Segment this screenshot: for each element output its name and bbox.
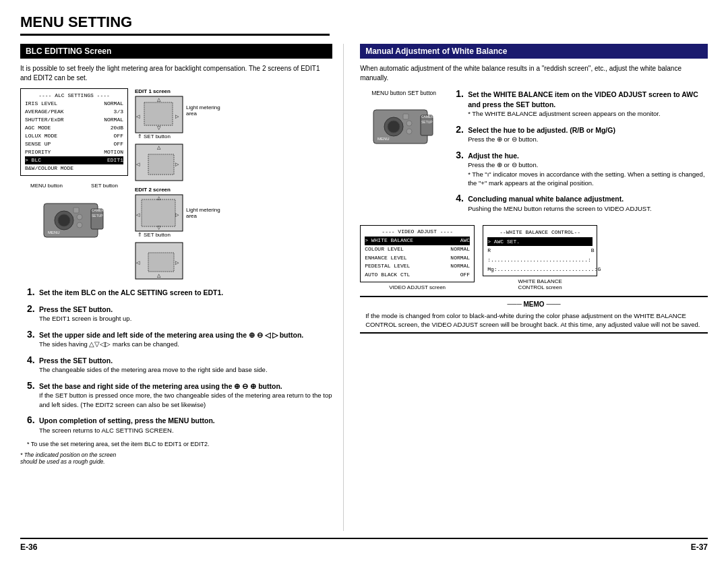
light-metering-label1: Light meteringarea — [186, 104, 220, 117]
blc-step-2: 2. Press the SET button. The EDIT1 scree… — [27, 303, 332, 323]
video-adjust-screen-label: VIDEO ADJUST screen — [360, 284, 475, 290]
set-button-label: SET button — [91, 183, 118, 189]
svg-point-6 — [77, 222, 82, 228]
alc-row-iris: IRIS LEVELNORMAL — [25, 100, 123, 108]
set-btn-label1: ⇑SET button — [138, 133, 220, 139]
edit2-screen-group: EDIT 2 screen △ ▽ ◁ ▷ Light meteringarea — [135, 187, 220, 238]
svg-point-5 — [77, 214, 82, 220]
camera-labels: MENU button SET button — [30, 183, 118, 189]
blc-bullet-note: * To use the set metering area, set the … — [27, 440, 332, 449]
svg-rect-36 — [403, 114, 408, 119]
svg-rect-22 — [142, 199, 175, 226]
alc-title: ---- ALC SETTINGS ---- — [25, 92, 123, 100]
wb-top-area: MENU button SET button MENU CAMERA SETUP — [360, 88, 708, 218]
edit-screens-col: EDIT 1 screen △ ▽ — [135, 88, 220, 281]
edit1-label: EDIT 1 screen — [135, 88, 220, 94]
memo-body: If the mode is changed from color to bla… — [365, 311, 702, 330]
wb-step-1: 1. Set the WHITE BALANCE item on the VID… — [456, 88, 708, 119]
svg-rect-4 — [73, 208, 79, 213]
set-btn-label2: ⇑SET button — [138, 232, 220, 238]
screen-area: ---- VIDEO ADJUST ---- > WHITE BALANCEAW… — [360, 225, 708, 290]
blc-step-5: 5. Set the base and right side of the me… — [27, 380, 332, 409]
footer-left: E-36 — [20, 542, 37, 552]
camera-diagram-left: MENU button SET button — [20, 183, 128, 244]
svg-point-3 — [58, 214, 70, 226]
edit2-label: EDIT 2 screen — [135, 187, 220, 193]
camera-diagram-right: MENU button SET button MENU CAMERA SETUP — [360, 88, 448, 218]
svg-point-38 — [406, 129, 412, 134]
footer-right: E-37 — [691, 542, 708, 552]
blc-step-6: 6. Upon completion of setting, press the… — [27, 414, 332, 435]
two-column-layout: BLC EDITTING Screen It is possible to se… — [20, 44, 708, 531]
wb-intro: When automatic adjustment of the white b… — [360, 64, 708, 83]
svg-text:SETUP: SETUP — [421, 120, 433, 124]
memo-title: ─── MEMO ─── — [365, 300, 702, 309]
svg-text:CAMERA: CAMERA — [92, 208, 107, 212]
blc-step-4: 4. Press the SET button. The changeable … — [27, 354, 332, 375]
blc-section-header: BLC EDITTING Screen — [20, 44, 332, 59]
wb-section-header: Manual Adjustment of White Balance — [360, 44, 708, 59]
wb-camera-labels: MENU button SET button — [371, 90, 436, 96]
wb-control-area: --WHITE BALANCE CONTROL-- > AWC SET. R :… — [483, 225, 597, 290]
left-column: BLC EDITTING Screen It is possible to se… — [20, 44, 344, 531]
wb-steps-area: 1. Set the WHITE BALANCE item on the VID… — [456, 88, 708, 218]
wb-control-screen-label: WHITE BALANCECONTROL screen — [483, 278, 597, 290]
camera-svg-left: MENU CAMERA SETUP — [30, 190, 118, 244]
camera-svg-right: MENU CAMERA SETUP — [360, 96, 448, 150]
blc-top-area: ---- ALC SETTINGS ---- IRIS LEVELNORMAL … — [20, 88, 332, 281]
alc-row-blc: > BLCEDIT1 — [25, 156, 123, 164]
page: MENU SETTING BLC EDITTING Screen It is p… — [0, 0, 728, 562]
svg-text:MENU: MENU — [48, 230, 60, 235]
edit1-screen-group: EDIT 1 screen △ ▽ — [135, 88, 220, 139]
alc-row-priority: PRIORITYMOTION — [25, 148, 123, 156]
edit2-screen2-svg: △ ◁ ▷ — [135, 242, 183, 280]
light-metering-label2: Light meteringarea — [186, 207, 220, 219]
blc-step-1: 1. Set the item BLC on the ALC SETTING s… — [27, 286, 332, 298]
edit1-screen2-group: ◁ ▷ △ — [135, 144, 220, 183]
wb-control-box: --WHITE BALANCE CONTROL-- > AWC SET. R :… — [483, 225, 597, 276]
alc-row-sense: SENSE UPOFF — [25, 140, 123, 148]
edit1-screen-svg: △ ▽ ◁ ▷ — [135, 96, 183, 133]
edit1-screen2-svg: ◁ ▷ △ — [135, 144, 183, 181]
svg-point-37 — [406, 121, 412, 126]
svg-text:CAMERA: CAMERA — [421, 115, 436, 119]
blc-step-3: 3. Set the upper side and left side of t… — [27, 329, 332, 349]
blc-intro: It is possible to set freely the light m… — [20, 64, 332, 83]
footer: E-36 E-37 — [20, 538, 708, 552]
edit2-screen2-group: △ ◁ ▷ — [135, 242, 220, 281]
right-column: Manual Adjustment of White Balance When … — [357, 44, 708, 531]
alc-row-avg: AVERAGE/PEAK3/3 — [25, 108, 123, 116]
menu-button-label: MENU button — [30, 183, 63, 189]
svg-point-35 — [388, 121, 400, 133]
video-adjust-box: ---- VIDEO ADJUST ---- > WHITE BALANCEAW… — [360, 225, 475, 282]
edit2-screen-svg: △ ▽ ◁ ▷ — [135, 194, 183, 232]
alc-row-bw: B&W/COLOUR MODE — [25, 164, 123, 173]
svg-text:MENU: MENU — [377, 137, 390, 141]
svg-rect-17 — [148, 154, 174, 175]
memo-box: ─── MEMO ─── If the mode is changed from… — [360, 296, 708, 334]
alc-row-lolux: LOLUX MODEOFF — [25, 132, 123, 140]
svg-text:SETUP: SETUP — [92, 214, 103, 218]
page-title: MENU SETTING — [20, 13, 330, 36]
wb-step-2: 2. Select the hue to be adjusted. (R/B o… — [456, 124, 708, 144]
alc-row-shutter: SHUTTER/ExDRNORMAL — [25, 116, 123, 124]
svg-rect-11 — [144, 102, 173, 125]
video-adjust-area: ---- VIDEO ADJUST ---- > WHITE BALANCEAW… — [360, 225, 475, 290]
wb-step-4: 4. Concluding manual white balance adjus… — [456, 193, 708, 213]
alc-settings-box: ---- ALC SETTINGS ---- IRIS LEVELNORMAL … — [20, 88, 128, 176]
alc-row-agc: AGC MODE20dB — [25, 124, 123, 132]
blc-footnote: * The indicated position on the screensh… — [20, 451, 332, 465]
blc-steps: 1. Set the item BLC on the ALC SETTING s… — [27, 286, 332, 435]
wb-step-3: 3. Adjust the hue. Press the ⊕ or ⊖ butt… — [456, 150, 708, 188]
svg-rect-28 — [148, 253, 174, 272]
